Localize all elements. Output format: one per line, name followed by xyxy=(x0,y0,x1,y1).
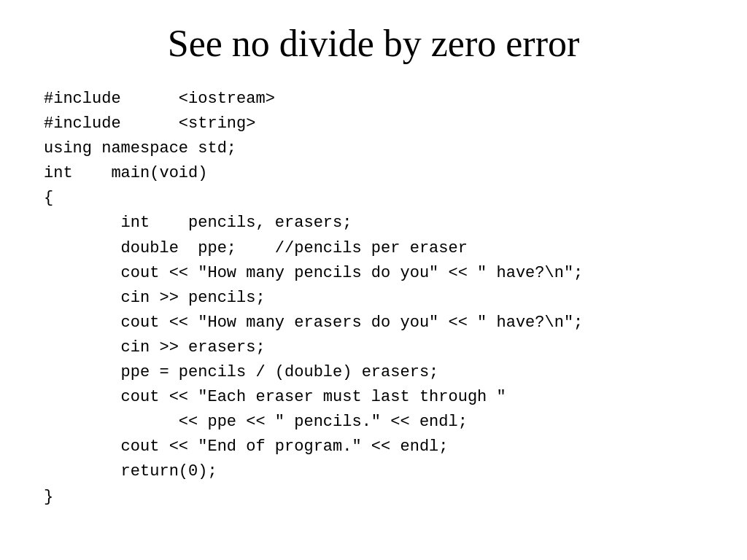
code-line: cout << "How many pencils do you" << " h… xyxy=(44,261,711,286)
code-line: cout << "Each eraser must last through " xyxy=(44,385,711,410)
code-line: } xyxy=(44,485,711,510)
code-line: ppe = pencils / (double) erasers; xyxy=(44,360,711,385)
slide-title: See no divide by zero error xyxy=(36,22,711,65)
code-line: int main(void) xyxy=(44,161,711,186)
code-line: return(0); xyxy=(44,459,711,484)
code-line: double ppe; //pencils per eraser xyxy=(44,236,711,261)
code-line: << ppe << " pencils." << endl; xyxy=(44,410,711,435)
code-line: using namespace std; xyxy=(44,136,711,161)
code-line: cin >> pencils; xyxy=(44,286,711,311)
code-line: cout << "How many erasers do you" << " h… xyxy=(44,311,711,335)
code-block: #include <iostream>#include <string>usin… xyxy=(44,87,711,510)
code-line: cout << "End of program." << endl; xyxy=(44,435,711,459)
code-line: int pencils, erasers; xyxy=(44,211,711,236)
code-line: cin >> erasers; xyxy=(44,335,711,360)
code-line: #include <iostream> xyxy=(44,87,711,112)
code-line: { xyxy=(44,186,711,211)
code-line: #include <string> xyxy=(44,112,711,136)
